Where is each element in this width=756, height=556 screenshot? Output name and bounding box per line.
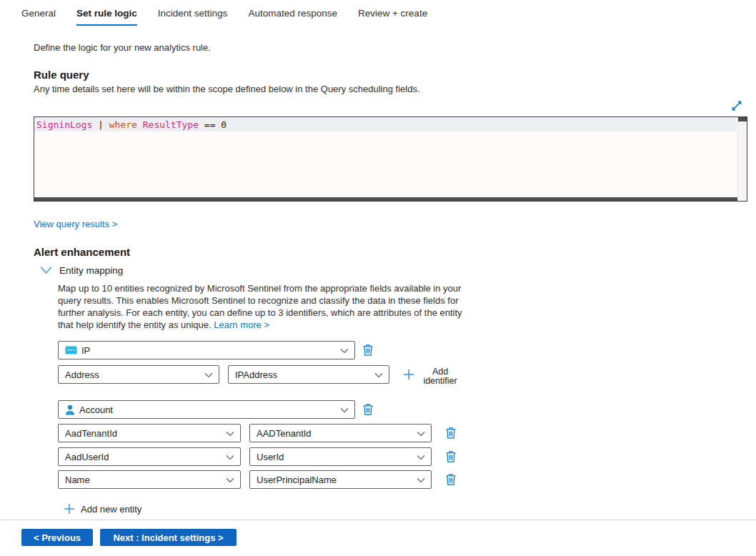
- entity-type-value: Account: [79, 404, 113, 415]
- identifier-field-value: AadTenantId: [65, 428, 117, 439]
- identifier-value-value: UserId: [257, 452, 284, 462]
- code-token: 0: [221, 119, 227, 130]
- plus-icon: [64, 503, 75, 515]
- identifier-field-value: Name: [65, 475, 90, 485]
- identifier-value-dropdown-account-3[interactable]: UserPrincipalName: [249, 470, 432, 489]
- identifier-field-dropdown-account-1[interactable]: AadTenantId: [58, 424, 241, 442]
- tab-incident-settings[interactable]: Incident settings: [158, 8, 228, 26]
- chevron-down-icon: [226, 455, 234, 460]
- identifier-field-dropdown-ip-1[interactable]: Address: [58, 365, 219, 384]
- add-identifier-label[interactable]: Add identifier: [421, 367, 459, 386]
- rule-query-title: Rule query: [34, 69, 89, 81]
- previous-button[interactable]: < Previous: [21, 529, 93, 546]
- chevron-down-icon: [340, 348, 349, 354]
- identifier-value-value: AADTenantId: [257, 428, 312, 439]
- chevron-down-icon[interactable]: [40, 266, 52, 275]
- delete-identifier-account-3-button[interactable]: [444, 473, 457, 487]
- delete-identifier-account-1-button[interactable]: [444, 427, 457, 440]
- delete-entity-account-button[interactable]: [362, 403, 374, 417]
- ip-entity-icon: [65, 346, 77, 354]
- intro-text: Define the logic for your new analytics …: [34, 42, 211, 53]
- learn-more-link[interactable]: Learn more >: [214, 319, 269, 330]
- add-new-entity-button[interactable]: [64, 503, 75, 515]
- entity-type-dropdown-account[interactable]: Account: [58, 400, 355, 419]
- alert-enhancement-title: Alert enhancement: [34, 246, 130, 258]
- tab-set-rule-logic[interactable]: Set rule logic: [76, 8, 137, 26]
- identifier-field-dropdown-account-3[interactable]: Name: [58, 470, 241, 489]
- chevron-down-icon: [226, 477, 234, 483]
- set-rule-logic-page: General Set rule logic Incident settings…: [0, 0, 756, 556]
- chevron-down-icon: [374, 372, 383, 378]
- trash-icon: [445, 450, 457, 463]
- trash-icon: [445, 427, 457, 440]
- code-token: |: [92, 119, 109, 130]
- identifier-value-value: IPAddress: [235, 369, 277, 380]
- delete-identifier-account-2-button[interactable]: [444, 450, 457, 464]
- vertical-scrollbar-thumb[interactable]: [738, 117, 747, 121]
- identifier-field-value: AadUserId: [65, 452, 109, 462]
- tab-automated-response[interactable]: Automated response: [248, 8, 337, 26]
- code-token: where: [109, 119, 137, 130]
- entity-type-dropdown-ip[interactable]: IP: [58, 341, 355, 359]
- entity-mapping-label: Entity mapping: [59, 265, 123, 276]
- chevron-down-icon: [204, 372, 213, 378]
- chevron-down-icon: [340, 407, 349, 413]
- footer-divider: [0, 520, 756, 520]
- code-token: [137, 119, 143, 130]
- editor-horizontal-scrollbar[interactable]: [34, 197, 737, 201]
- chevron-down-icon: [417, 455, 425, 460]
- view-query-results-label[interactable]: View query results >: [34, 219, 117, 229]
- add-new-entity-label[interactable]: Add new entity: [81, 504, 141, 515]
- plus-icon: [403, 369, 414, 380]
- chevron-down-icon: [417, 431, 425, 437]
- editor-vertical-scrollbar[interactable]: [737, 117, 747, 201]
- expand-editor-icon[interactable]: [730, 99, 743, 112]
- tab-general[interactable]: General: [21, 8, 56, 26]
- identifier-value-dropdown-ip-1[interactable]: IPAddress: [228, 365, 389, 384]
- identifier-value-dropdown-account-1[interactable]: AADTenantId: [249, 424, 432, 442]
- identifier-field-dropdown-account-2[interactable]: AadUserId: [58, 447, 241, 466]
- code-token: ==: [199, 119, 221, 130]
- delete-entity-ip-button[interactable]: [362, 344, 374, 357]
- entity-type-value: IP: [81, 345, 90, 356]
- account-entity-icon: [65, 404, 75, 415]
- identifier-value-dropdown-account-2[interactable]: UserId: [249, 447, 432, 466]
- tab-review-create[interactable]: Review + create: [358, 8, 427, 26]
- chevron-down-icon: [417, 477, 425, 483]
- add-identifier-button[interactable]: [403, 369, 414, 380]
- diagonal-expand-arrows-icon: [730, 99, 743, 112]
- code-line: SigninLogs | where ResultType == 0: [34, 117, 737, 131]
- entity-mapping-header[interactable]: Entity mapping: [40, 265, 123, 276]
- query-code-editor[interactable]: SigninLogs | where ResultType == 0: [34, 116, 747, 202]
- wizard-tab-strip: General Set rule logic Incident settings…: [21, 8, 427, 26]
- identifier-field-value: Address: [65, 369, 99, 380]
- rule-query-subtitle: Any time details set here will be within…: [34, 84, 420, 94]
- trash-icon: [445, 473, 457, 486]
- entity-mapping-description: Map up to 10 entities recognized by Micr…: [58, 282, 467, 331]
- trash-icon: [362, 344, 374, 357]
- code-token: SigninLogs: [36, 119, 92, 130]
- identifier-value-value: UserPrincipalName: [257, 475, 337, 485]
- next-incident-settings-button[interactable]: Next : Incident settings >: [100, 529, 237, 546]
- view-query-results-link[interactable]: View query results >: [34, 219, 117, 229]
- code-token: ResultType: [143, 119, 199, 130]
- chevron-down-icon: [226, 431, 234, 437]
- trash-icon: [362, 403, 374, 416]
